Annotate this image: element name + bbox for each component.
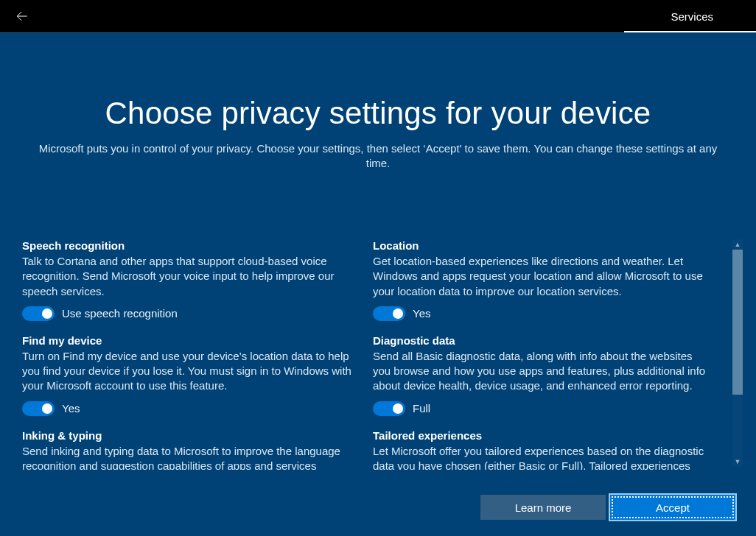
speech-toggle[interactable]	[22, 306, 55, 321]
services-label: Services	[671, 10, 713, 23]
scrollbar-thumb[interactable]	[732, 250, 743, 395]
learn-more-button[interactable]: Learn more	[480, 495, 606, 520]
findmydevice-toggle[interactable]	[22, 401, 55, 416]
location-toggle[interactable]	[373, 306, 405, 321]
footer-buttons: Learn more Accept	[480, 495, 735, 520]
setting-title: Location	[373, 239, 706, 252]
toggle-row: Yes	[22, 401, 355, 416]
topbar: Services	[0, 0, 756, 32]
setting-desc: Send inking and typing data to Microsoft…	[22, 444, 355, 470]
scroll-down-arrow-icon[interactable]: ▼	[732, 456, 743, 467]
setting-title: Find my device	[22, 334, 355, 347]
settings-scroll-area: Speech recognition Talk to Cortana and o…	[0, 239, 756, 470]
accept-button[interactable]: Accept	[610, 495, 735, 520]
setting-diagnostic: Diagnostic data Send all Basic diagnosti…	[373, 334, 706, 416]
services-tab[interactable]: Services	[665, 1, 719, 32]
toggle-row: Full	[373, 401, 706, 416]
vertical-scrollbar[interactable]: ▲ ▼	[732, 239, 743, 467]
toggle-knob	[42, 403, 52, 414]
setting-desc: Send all Basic diagnostic data, along wi…	[373, 349, 706, 394]
page-subtitle: Microsoft puts you in control of your pr…	[35, 141, 721, 172]
settings-grid: Speech recognition Talk to Cortana and o…	[0, 239, 728, 470]
toggle-row: Use speech recognition	[22, 306, 355, 321]
setting-tailored: Tailored experiences Let Microsoft offer…	[373, 429, 706, 470]
back-arrow-icon	[15, 9, 29, 24]
toggle-row: Yes	[373, 306, 706, 321]
setting-desc: Talk to Cortana and other apps that supp…	[22, 254, 355, 299]
setting-title: Diagnostic data	[373, 334, 706, 347]
setting-title: Inking & typing	[22, 429, 355, 442]
toggle-knob	[42, 308, 52, 319]
toggle-knob	[393, 403, 403, 414]
back-button[interactable]	[13, 7, 31, 25]
toggle-label: Yes	[413, 307, 430, 320]
toggle-label: Use speech recognition	[62, 307, 178, 320]
toggle-knob	[393, 308, 403, 319]
toggle-label: Full	[413, 402, 430, 415]
page-title: Choose privacy settings for your device	[0, 96, 756, 131]
scroll-up-arrow-icon[interactable]: ▲	[732, 239, 743, 250]
setting-desc: Get location-based experiences like dire…	[373, 254, 706, 299]
setting-title: Tailored experiences	[373, 429, 706, 442]
setting-location: Location Get location-based experiences …	[373, 239, 706, 321]
setting-inking: Inking & typing Send inking and typing d…	[22, 429, 355, 470]
diagnostic-toggle[interactable]	[373, 401, 405, 416]
setting-title: Speech recognition	[22, 239, 355, 252]
toggle-label: Yes	[62, 402, 80, 415]
setting-findmydevice: Find my device Turn on Find my device an…	[22, 334, 355, 416]
setting-speech: Speech recognition Talk to Cortana and o…	[22, 239, 355, 321]
setting-desc: Let Microsoft offer you tailored experie…	[373, 444, 706, 470]
page: Choose privacy settings for your device …	[0, 32, 756, 535]
setting-desc: Turn on Find my device and use your devi…	[22, 349, 355, 394]
scrollbar-track[interactable]	[732, 250, 743, 456]
